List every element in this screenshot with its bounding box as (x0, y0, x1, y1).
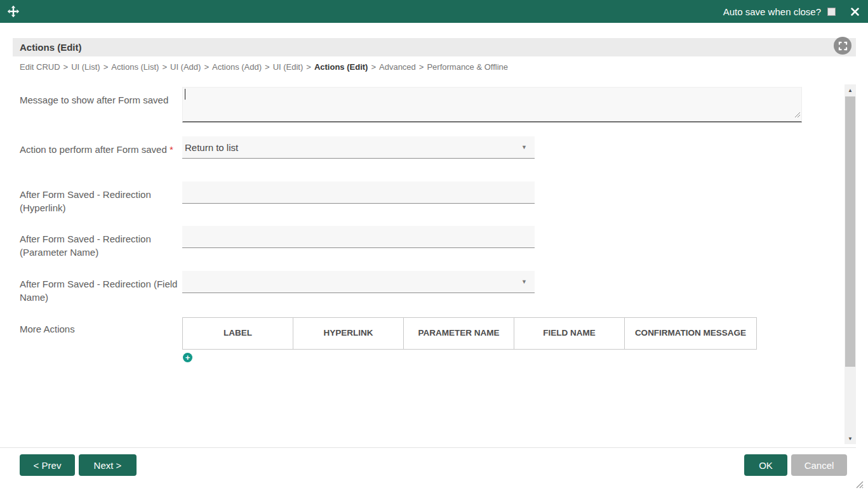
scroll-up-icon[interactable]: ▲ (845, 84, 856, 96)
chevron-down-icon: ▼ (521, 279, 527, 285)
scrollbar-thumb[interactable] (845, 96, 855, 367)
breadcrumb-item-ui-add[interactable]: UI (Add) (170, 62, 201, 72)
breadcrumb-item-ui-edit[interactable]: UI (Edit) (273, 62, 304, 72)
field-label-message-after-save: Message to show after Form saved (20, 93, 180, 107)
action-after-save-select[interactable]: Return to list ▼ (182, 136, 535, 159)
vertical-scrollbar[interactable]: ▲ ▼ (845, 84, 856, 444)
add-row-button[interactable]: + (183, 353, 192, 362)
message-after-save-textarea[interactable] (182, 87, 802, 122)
field-label-redirect-field: After Form Saved - Redirection (Field Na… (20, 277, 180, 304)
field-label-more-actions: More Actions (20, 322, 180, 336)
column-header-parameter-name: PARAMETER NAME (404, 318, 514, 350)
fullscreen-icon[interactable] (834, 37, 851, 55)
breadcrumb-item-advanced[interactable]: Advanced (379, 62, 416, 72)
breadcrumb-item-actions-list[interactable]: Actions (List) (111, 62, 159, 72)
chevron-down-icon: ▼ (521, 144, 527, 150)
cancel-button[interactable]: Cancel (791, 454, 847, 476)
column-header-confirmation-message: CONFIRMATION MESSAGE (625, 318, 757, 350)
dialog-titlebar: Auto save when close? (0, 0, 868, 23)
column-header-field-name: FIELD NAME (514, 318, 625, 350)
scroll-down-icon[interactable]: ▼ (845, 433, 856, 444)
dialog-resize-handle[interactable] (855, 480, 864, 491)
breadcrumb-item-ui-list[interactable]: UI (List) (71, 62, 100, 72)
breadcrumb-separator: > (419, 62, 424, 72)
footer-divider (0, 447, 856, 448)
next-button[interactable]: Next > (79, 454, 137, 476)
breadcrumb-item-actions-add[interactable]: Actions (Add) (212, 62, 262, 72)
field-label-text: Action to perform after Form saved (20, 144, 167, 155)
textarea-resize-handle[interactable] (794, 109, 801, 121)
breadcrumb-item-performance-offline[interactable]: Performance & Offline (427, 62, 508, 72)
autosave-checkbox[interactable] (827, 8, 836, 16)
redirect-hyperlink-input[interactable] (182, 181, 535, 204)
field-label-redirect-parameter: After Form Saved - Redirection (Paramete… (20, 232, 180, 259)
breadcrumb-separator: > (162, 62, 167, 72)
crud-edit-dialog: { "titlebar": { "autosave_label": "Auto … (0, 0, 868, 493)
breadcrumb-separator: > (306, 62, 311, 72)
move-icon[interactable] (6, 4, 20, 18)
panel-header: Actions (Edit) (13, 38, 856, 56)
text-caret (185, 89, 185, 100)
close-icon[interactable] (851, 8, 859, 16)
field-label-action-after-save: Action to perform after Form saved * (20, 143, 180, 156)
breadcrumb-item-edit-crud[interactable]: Edit CRUD (20, 62, 60, 72)
page-title: Actions (Edit) (20, 42, 82, 53)
field-label-redirect-hyperlink: After Form Saved - Redirection (Hyperlin… (20, 188, 180, 214)
breadcrumb-separator: > (103, 62, 109, 72)
breadcrumb-separator: > (63, 62, 69, 72)
prev-button[interactable]: < Prev (20, 454, 75, 476)
required-asterisk: * (170, 144, 173, 155)
column-header-hyperlink: HYPERLINK (293, 318, 404, 350)
breadcrumb: Edit CRUD>UI (List)>Actions (List)>UI (A… (20, 62, 508, 72)
redirect-parameter-input[interactable] (182, 226, 535, 248)
select-value: Return to list (185, 142, 238, 153)
breadcrumb-separator: > (371, 62, 376, 72)
more-actions-table: LABEL HYPERLINK PARAMETER NAME FIELD NAM… (182, 317, 757, 350)
breadcrumb-separator: > (265, 62, 270, 72)
column-header-label: LABEL (183, 318, 293, 350)
breadcrumb-item-actions-edit[interactable]: Actions (Edit) (314, 62, 368, 72)
ok-button[interactable]: OK (744, 454, 787, 476)
breadcrumb-separator: > (204, 62, 209, 72)
autosave-label: Auto save when close? (723, 6, 821, 17)
redirect-field-select[interactable]: ▼ (182, 271, 535, 293)
